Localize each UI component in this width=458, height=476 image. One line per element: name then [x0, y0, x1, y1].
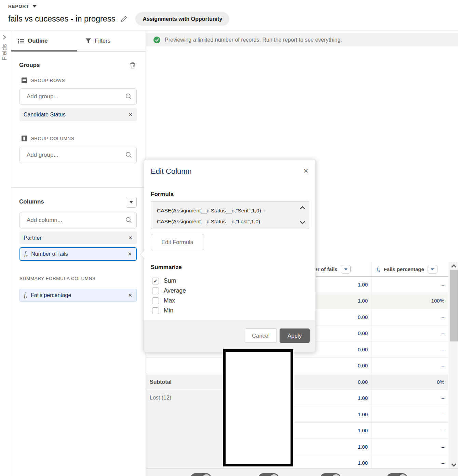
toggle-knob — [332, 474, 340, 476]
close-icon[interactable]: ✕ — [303, 167, 309, 175]
formula-fx-icon: fx — [377, 266, 380, 273]
delete-groups-trash-icon[interactable] — [130, 62, 136, 69]
chevron-down-icon — [431, 268, 434, 270]
add-column-input[interactable] — [19, 212, 137, 228]
fields-panel-label: Fields — [1, 44, 8, 60]
option-label: Sum — [164, 277, 176, 284]
option-label: Max — [164, 297, 175, 304]
title-row: fails vs cucesses - in progress Assignme… — [8, 12, 229, 26]
report-header: REPORT fails vs cucesses - in progress A… — [0, 0, 458, 30]
column-menu-button[interactable] — [428, 265, 437, 274]
summary-chip-fails-percentage[interactable]: fx Fails percentage ✕ — [19, 289, 137, 302]
banner-text: Previewing a limited number of records. … — [165, 37, 342, 43]
subtotal-percentage-value: 0% — [372, 374, 448, 390]
lost-group-cell[interactable]: Lost (12) — [146, 390, 224, 472]
formula-line: CASE(Assignment__c.Status__c,"Sent",1,0)… — [157, 205, 295, 216]
fails-percentage-cell: – — [372, 341, 448, 358]
toggle-knob — [203, 474, 210, 476]
preview-banner: Previewing a limited number of records. … — [146, 33, 458, 46]
chip-label: Number of fails — [31, 251, 68, 257]
group-chip-candidate-status[interactable]: Candidate Status ✕ — [19, 108, 137, 121]
remove-chip-icon[interactable]: ✕ — [128, 292, 132, 298]
column-header-label: Fails percentage — [383, 266, 424, 272]
formula-scroll-up-icon[interactable] — [299, 206, 306, 210]
group-columns-icon — [22, 136, 27, 141]
footer-toggle[interactable] — [258, 473, 279, 476]
remove-chip-icon[interactable]: ✕ — [127, 251, 132, 257]
add-group-columns-input[interactable] — [19, 147, 137, 163]
chip-label: Fails percentage — [31, 292, 71, 298]
column-chip-partner[interactable]: Partner ✕ — [19, 232, 137, 244]
cancel-button[interactable]: Cancel — [245, 328, 277, 343]
dialog-title: Edit Column — [151, 167, 192, 176]
formula-label: Formula — [151, 191, 174, 198]
remove-chip-icon[interactable]: ✕ — [128, 235, 133, 241]
columns-section-title: Columns — [19, 198, 44, 205]
table-row[interactable]: 0.00 – — [146, 358, 448, 374]
group-columns-heading: GROUP COLUMNS — [22, 136, 74, 141]
summarize-option[interactable]: Average — [152, 286, 186, 296]
preview-footer — [146, 468, 458, 476]
formula-fx-icon: fx — [24, 250, 28, 258]
add-group-rows-input[interactable] — [19, 88, 137, 105]
footer-toggle[interactable] — [320, 473, 341, 476]
footer-toggle[interactable] — [387, 473, 407, 476]
tab-filters[interactable]: Filters — [85, 30, 110, 52]
chevron-down-icon — [130, 201, 133, 204]
checkbox-checked-icon[interactable]: ✓ — [152, 278, 159, 284]
apply-button[interactable]: Apply — [280, 328, 310, 343]
formula-fx-icon: fx — [24, 292, 27, 299]
add-group-rows-field — [19, 88, 137, 105]
summarize-option[interactable]: Min — [152, 306, 186, 316]
formula-scroll-down-icon[interactable] — [299, 220, 306, 225]
column-chip-number-of-fails-selected[interactable]: fx Number of fails ✕ — [19, 247, 137, 261]
scroll-up-icon[interactable] — [451, 264, 457, 268]
edit-title-pencil-icon[interactable] — [121, 16, 127, 22]
option-label: Average — [164, 287, 186, 294]
toggle-knob — [399, 474, 406, 476]
outline-panel: Outline Filters Groups GROUP ROWS — [11, 30, 146, 476]
fails-percentage-cell: – — [372, 309, 448, 325]
checkbox-icon[interactable] — [152, 307, 159, 314]
tab-outline[interactable]: Outline — [18, 30, 48, 52]
option-label: Min — [164, 307, 173, 314]
summary-formula-columns-label: SUMMARY FORMULA COLUMNS — [19, 276, 96, 281]
summarize-option[interactable]: ✓ Sum — [152, 276, 186, 286]
edit-formula-button[interactable]: Edit Formula — [151, 234, 204, 250]
group-rows-icon — [22, 78, 27, 83]
fields-panel-collapsed[interactable]: Fields — [0, 30, 11, 476]
number-of-fails-cell: 1.00 — [295, 390, 372, 406]
fails-percentage-cell: – — [372, 423, 448, 439]
column-menu-button[interactable] — [341, 265, 351, 274]
remove-chip-icon[interactable]: ✕ — [128, 112, 133, 118]
checkbox-icon[interactable] — [152, 297, 159, 304]
chevron-right-icon[interactable] — [2, 34, 6, 40]
group-columns-label: GROUP COLUMNS — [30, 136, 74, 141]
report-menu[interactable]: REPORT — [8, 4, 37, 9]
number-of-fails-cell: 1.00 — [295, 406, 372, 422]
report-title: fails vs cucesses - in progress — [8, 14, 115, 24]
formula-display: CASE(Assignment__c.Status__c,"Sent",1,0)… — [151, 201, 309, 229]
scrollbar-thumb[interactable] — [450, 270, 458, 341]
search-icon — [125, 93, 132, 100]
outline-list-icon — [18, 39, 24, 44]
caret-down-icon — [32, 5, 37, 8]
summarize-label: Summarize — [151, 264, 182, 271]
filter-funnel-icon — [85, 38, 91, 44]
vertical-scrollbar[interactable] — [449, 262, 458, 468]
redaction-box — [223, 349, 293, 466]
group-rows-heading: GROUP ROWS — [22, 78, 65, 83]
subtotal-fails-value: 0.00 — [295, 374, 372, 390]
columns-menu-button[interactable] — [126, 197, 137, 208]
footer-toggle[interactable] — [191, 473, 211, 476]
report-builder: REPORT fails vs cucesses - in progress A… — [0, 0, 458, 476]
summarize-option[interactable]: Max — [152, 296, 186, 306]
add-group-columns-field — [19, 147, 137, 163]
checkbox-icon[interactable] — [152, 288, 159, 294]
fails-percentage-cell: – — [372, 358, 448, 374]
number-of-fails-cell: 1.00 — [295, 439, 372, 455]
number-of-fails-cell: 1.00 — [295, 423, 372, 439]
fails-percentage-column-header[interactable]: fx Fails percentage — [372, 262, 448, 276]
scroll-down-icon[interactable] — [451, 462, 457, 467]
fails-percentage-cell: – — [372, 439, 448, 455]
